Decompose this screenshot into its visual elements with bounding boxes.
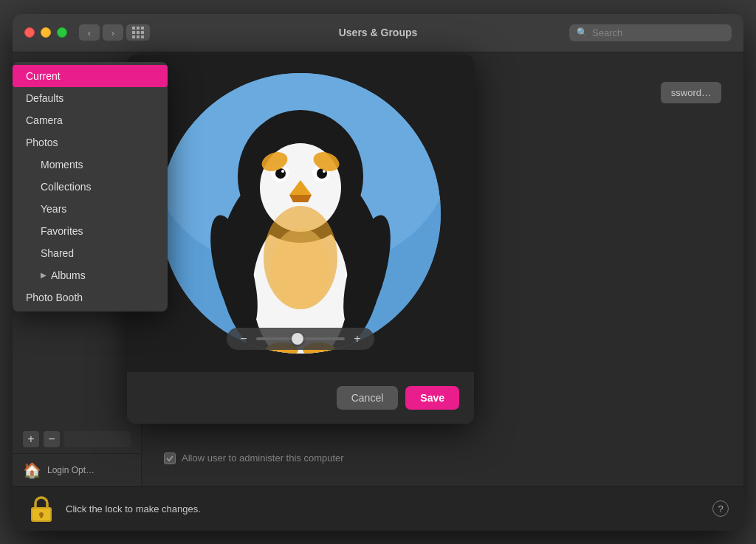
albums-triangle-icon: ▶	[41, 271, 47, 279]
zoom-slider-track[interactable]	[256, 337, 345, 340]
menu-item-collections[interactable]: Collections	[13, 176, 168, 198]
sidebar-actions: + −	[13, 425, 141, 453]
lock-icon	[29, 494, 54, 523]
menu-item-moments[interactable]: Moments	[13, 154, 168, 176]
lock-icon-container[interactable]	[27, 495, 55, 523]
svg-rect-5	[41, 514, 43, 518]
back-button[interactable]: ‹	[79, 24, 100, 41]
svg-marker-14	[289, 195, 312, 202]
menu-item-favorites[interactable]: Favorites	[13, 220, 168, 242]
zoom-in-button[interactable]: +	[351, 332, 364, 345]
penguin-illustration	[160, 73, 441, 354]
admin-checkbox-row: Allow user to administer this computer	[164, 452, 721, 472]
search-input[interactable]	[592, 27, 724, 38]
main-window: ‹ › Users & Groups 🔍 Current User	[13, 14, 743, 531]
zoom-out-button[interactable]: −	[237, 332, 250, 345]
menu-item-shared[interactable]: Shared	[13, 242, 168, 264]
lock-text: Click the lock to make changes.	[66, 503, 201, 514]
remove-user-button[interactable]: −	[44, 431, 60, 447]
svg-point-28	[271, 228, 330, 309]
zoom-slider-thumb[interactable]	[292, 333, 303, 345]
grid-button[interactable]	[126, 24, 150, 41]
svg-point-17	[281, 170, 284, 173]
admin-checkbox-label: Allow user to administer this computer	[182, 452, 344, 464]
title-bar: ‹ › Users & Groups 🔍	[13, 14, 743, 52]
penguin-container: − +	[127, 55, 474, 372]
picker-bottom: Cancel Save	[127, 372, 474, 424]
help-button[interactable]: ?	[712, 500, 729, 517]
menu-item-camera[interactable]: Camera	[13, 109, 168, 131]
menu-item-photo-booth[interactable]: Photo Booth	[13, 286, 168, 309]
menu-item-albums[interactable]: ▶ Albums	[13, 264, 168, 286]
password-button[interactable]: ssword…	[661, 82, 721, 103]
cancel-button[interactable]: Cancel	[337, 386, 399, 410]
nav-buttons: ‹ ›	[79, 24, 123, 41]
source-dropdown-menu: Current Defaults Camera Photos Moments C…	[13, 62, 168, 311]
login-options-label: Login Opt…	[47, 465, 94, 475]
menu-item-defaults[interactable]: Defaults	[13, 87, 168, 109]
save-button[interactable]: Save	[405, 386, 459, 410]
menu-item-photos[interactable]: Photos	[13, 131, 168, 154]
menu-item-years[interactable]: Years	[13, 198, 168, 220]
minimize-button[interactable]	[41, 27, 51, 38]
traffic-lights	[24, 27, 67, 38]
admin-checkbox[interactable]	[164, 452, 176, 464]
house-icon: 🏠	[23, 461, 41, 479]
avatar-picker: − + Cancel Save	[127, 55, 474, 424]
penguin-circle	[160, 73, 441, 354]
bottom-bar: Click the lock to make changes. ?	[13, 486, 743, 531]
window-title: Users & Groups	[339, 27, 418, 38]
search-icon: 🔍	[577, 27, 588, 38]
add-user-button[interactable]: +	[23, 431, 39, 447]
forward-button[interactable]: ›	[103, 24, 123, 41]
grid-icon	[132, 27, 144, 38]
login-options-item[interactable]: 🏠 Login Opt…	[13, 453, 141, 486]
menu-item-current[interactable]: Current	[13, 65, 168, 87]
zoom-slider-row: − +	[227, 328, 374, 350]
maximize-button[interactable]	[57, 27, 67, 38]
search-bar[interactable]: 🔍	[569, 24, 732, 41]
close-button[interactable]	[24, 27, 35, 38]
